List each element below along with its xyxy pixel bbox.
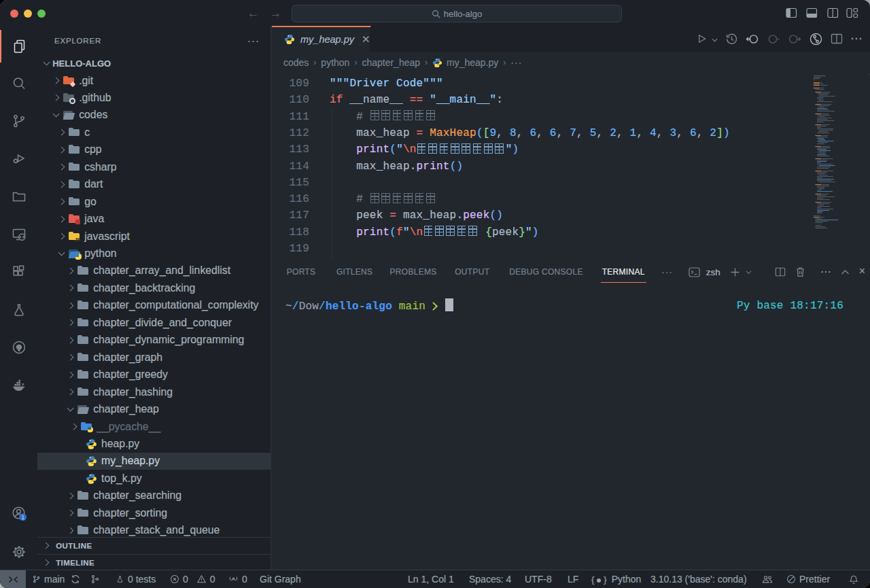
svg-text:1: 1 [21, 514, 24, 521]
